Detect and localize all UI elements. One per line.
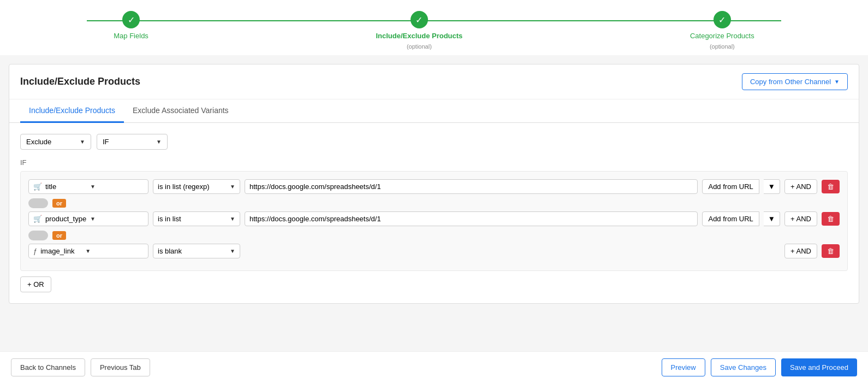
field-chevron-icon-3: ▼: [85, 248, 91, 254]
add-from-url-button-2[interactable]: Add from URL: [702, 211, 759, 226]
step-label-map-fields: Map Fields: [114, 32, 148, 40]
step-label-categorize: Categorize Products: [690, 32, 754, 40]
step-label-include-exclude: Include/Exclude Products: [376, 32, 462, 40]
stepper-container: ✓ Map Fields ✓ Include/Exclude Products …: [0, 0, 868, 55]
filter-section: Exclude Include ▼ IF ALL ▼ IF 🛒: [9, 123, 859, 303]
step-circle-include-exclude: ✓: [411, 11, 428, 28]
step-categorize[interactable]: ✓ Categorize Products (optional): [690, 11, 754, 50]
or-badge-1[interactable]: or: [52, 199, 66, 208]
condition-field-select-1[interactable]: title product_type image_link: [45, 182, 87, 191]
condition-row-3: ƒ image_link title product_type ▼ is bla…: [28, 244, 840, 258]
and-plus-icon-3: +: [790, 247, 795, 255]
delete-button-1[interactable]: 🗑: [822, 180, 840, 193]
condition-field-select-3[interactable]: image_link title product_type: [40, 247, 82, 255]
or-row-2: or: [28, 231, 840, 240]
operator-chevron-icon-2: ▼: [230, 216, 235, 222]
stepper: ✓ Map Fields ✓ Include/Exclude Products …: [0, 11, 868, 50]
or-row-1: or: [28, 198, 840, 208]
copy-channel-label: Copy from Other Channel: [750, 78, 831, 86]
cart-icon-2: 🛒: [33, 215, 42, 223]
and-button-3[interactable]: + AND: [784, 244, 817, 258]
condition-url-input-2[interactable]: [245, 211, 698, 226]
condition-field-2[interactable]: 🛒 product_type title image_link ▼: [28, 211, 148, 226]
or-button[interactable]: + OR: [20, 276, 51, 292]
operator-chevron-icon-3: ▼: [230, 248, 235, 254]
chevron-down-icon: ▼: [834, 79, 840, 85]
step-include-exclude[interactable]: ✓ Include/Exclude Products (optional): [376, 11, 462, 50]
action-select[interactable]: Exclude Include ▼: [20, 134, 91, 150]
condition-operator-select-3[interactable]: is blank is in list is in list (regexp): [158, 247, 230, 255]
main-card: Include/Exclude Products Copy from Other…: [9, 64, 859, 304]
and-label-1: AND: [796, 182, 811, 191]
condition-field-1[interactable]: 🛒 title product_type image_link ▼: [28, 179, 148, 194]
condition-type-select-input[interactable]: IF ALL: [103, 138, 153, 146]
if-label: IF: [20, 158, 848, 167]
url-dropdown-button-2[interactable]: ▼: [764, 211, 780, 226]
tabs-bar: Include/Exclude Products Exclude Associa…: [9, 99, 859, 123]
step-circle-categorize: ✓: [714, 11, 731, 28]
condition-operator-2[interactable]: is in list is in list (regexp) is blank …: [153, 211, 240, 226]
and-button-2[interactable]: + AND: [784, 211, 817, 226]
cart-icon-1: 🛒: [33, 182, 42, 191]
and-button-1[interactable]: + AND: [784, 179, 817, 194]
or-toggle-2[interactable]: [28, 231, 48, 240]
step-circle-map-fields: ✓: [122, 11, 140, 28]
condition-type-chevron-icon: ▼: [156, 139, 162, 145]
add-from-url-label-2: Add from URL: [708, 215, 753, 223]
and-plus-icon-2: +: [790, 215, 795, 223]
condition-url-input-1[interactable]: [245, 179, 698, 194]
condition-row-2: 🛒 product_type title image_link ▼ is in …: [28, 211, 840, 226]
or-badge-2[interactable]: or: [52, 231, 66, 240]
condition-operator-1[interactable]: is in list (regexp) is in list is blank …: [153, 179, 240, 194]
delete-button-3[interactable]: 🗑: [822, 244, 840, 258]
operator-chevron-icon-1: ▼: [230, 184, 235, 190]
field-chevron-icon-1: ▼: [90, 184, 96, 190]
step-map-fields[interactable]: ✓ Map Fields: [114, 11, 148, 50]
and-label-2: AND: [796, 215, 811, 223]
conditions-wrapper: 🛒 title product_type image_link ▼ is in …: [20, 171, 848, 271]
tab-include-exclude[interactable]: Include/Exclude Products: [20, 99, 124, 123]
delete-button-2[interactable]: 🗑: [822, 212, 840, 226]
and-plus-icon-1: +: [790, 182, 795, 191]
filter-row-top: Exclude Include ▼ IF ALL ▼: [20, 134, 848, 150]
condition-operator-select-1[interactable]: is in list (regexp) is in list is blank: [158, 182, 230, 191]
or-toggle-1[interactable]: [28, 198, 48, 208]
page-title: Include/Exclude Products: [20, 76, 140, 87]
and-label-3: AND: [796, 247, 811, 255]
condition-type-select[interactable]: IF ALL ▼: [97, 134, 168, 150]
step-sublabel-categorize: (optional): [710, 43, 735, 50]
action-select-input[interactable]: Exclude Include: [26, 138, 76, 146]
field-chevron-icon-2: ▼: [90, 216, 96, 222]
url-dropdown-chevron-icon-1: ▼: [768, 182, 775, 191]
url-dropdown-button-1[interactable]: ▼: [764, 179, 780, 194]
action-chevron-icon: ▼: [80, 139, 85, 145]
condition-field-select-2[interactable]: product_type title image_link: [45, 215, 87, 223]
tab-exclude-variants[interactable]: Exclude Associated Variants: [124, 99, 237, 123]
condition-row-1: 🛒 title product_type image_link ▼ is in …: [28, 179, 840, 194]
url-dropdown-chevron-icon-2: ▼: [768, 215, 775, 223]
condition-field-3[interactable]: ƒ image_link title product_type ▼: [28, 244, 148, 258]
function-icon-3: ƒ: [33, 247, 37, 255]
step-sublabel-include-exclude: (optional): [407, 43, 432, 50]
card-header: Include/Exclude Products Copy from Other…: [9, 64, 859, 99]
copy-from-channel-button[interactable]: Copy from Other Channel ▼: [742, 73, 848, 90]
add-from-url-button-1[interactable]: Add from URL: [702, 179, 759, 194]
add-from-url-label-1: Add from URL: [708, 182, 753, 191]
condition-operator-3[interactable]: is blank is in list is in list (regexp) …: [153, 244, 240, 258]
condition-operator-select-2[interactable]: is in list is in list (regexp) is blank: [158, 215, 230, 223]
or-button-label: + OR: [27, 280, 44, 288]
